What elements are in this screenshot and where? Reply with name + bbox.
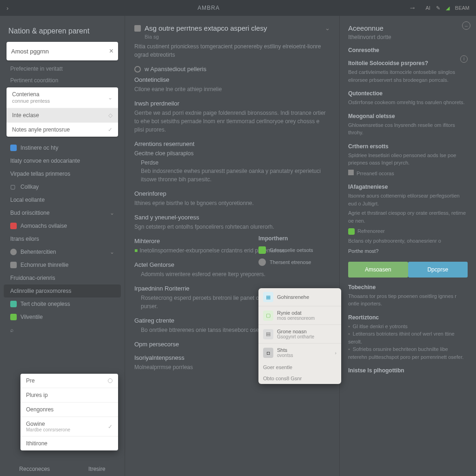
- p2-row-5[interactable]: Ithitirone: [20, 436, 118, 450]
- p2-row-1[interactable]: Pre: [20, 374, 118, 388]
- p2-row-2[interactable]: Plures ip: [20, 388, 118, 402]
- check-icon: ✓: [108, 423, 112, 430]
- dot-icon: [10, 249, 17, 255]
- top-bar: › AMBRA → AI ✎ ◢ BEAM: [0, 0, 476, 16]
- rp-h: Crthern ersotts: [348, 143, 468, 150]
- rp-h: Meogonal oletsse: [348, 113, 468, 119]
- rp-p: Itsonne aours cottenernip etilorsear per…: [348, 192, 468, 207]
- primary-button[interactable]: Amsoasen: [348, 262, 408, 278]
- dd-option-2[interactable]: Inte eclase ◇: [7, 108, 118, 122]
- tab-recconeces[interactable]: Recconeces: [19, 466, 50, 472]
- dot-icon: [10, 314, 17, 320]
- sec-h: Oontetinclise: [134, 76, 330, 83]
- check-icon: ✓: [108, 126, 112, 133]
- nav-item-1[interactable]: Itlaty convoe en odocariante: [4, 154, 121, 167]
- info-icon[interactable]: i: [460, 55, 468, 63]
- ai-badge: AI: [425, 5, 430, 11]
- doc-icon: [134, 25, 141, 32]
- mini-row-1[interactable]: Genseselie oetsots: [258, 246, 341, 254]
- nav-item-5[interactable]: Bud oriiscittione⌄: [4, 206, 121, 219]
- nav-item-3[interactable]: ▢Collkay: [4, 180, 121, 193]
- doc-title: Asg outre perrtnes extapco asperi clesy: [145, 24, 267, 32]
- rp-p: Bed cartivleimetis itornocirle ontosebli…: [348, 68, 468, 84]
- radio-icon: [108, 378, 112, 383]
- nav-item-9[interactable]: Echornrue thinrellie: [4, 258, 121, 271]
- secondary-button[interactable]: Dpcprse: [408, 262, 468, 278]
- clear-icon[interactable]: ×: [109, 47, 113, 55]
- pop-row-3[interactable]: ▤Grone noasnGsogynrt ontharte: [258, 324, 341, 343]
- doc-description: Ritia custinent prionickess tomgeracient…: [134, 42, 330, 59]
- tab-itresire[interactable]: Itresire: [88, 466, 106, 472]
- chevron-down-icon[interactable]: ⌄: [325, 25, 330, 32]
- rp-subtitle: Ithelinvonrt dortte: [348, 34, 468, 40]
- sec-p: Gerrbe we asd porri exdnie paige foldenr…: [134, 109, 330, 134]
- check-icon: ■: [134, 247, 138, 254]
- app-brand: AMBRA: [8, 5, 409, 11]
- details-panel: – Aceeonnue Ithelinvonrt dortte Conresot…: [339, 16, 476, 476]
- pencil-icon[interactable]: ✎: [436, 5, 440, 11]
- dd-option-1[interactable]: Conterienaconnue prentess ⌄: [7, 87, 118, 108]
- sec-subh: Perdse: [141, 159, 330, 166]
- rp-p: Ostirrfonse cookeom omrehlg tns oarulen …: [348, 99, 468, 106]
- import-mini-panel: Importhern Genseselie oetsots Thersent e…: [258, 235, 341, 271]
- chevron-right-icon: ›: [335, 350, 337, 356]
- sidebar-title: Nation & apperen parent: [8, 27, 121, 35]
- chevron-down-icon: ⌄: [108, 94, 112, 101]
- search-icon: ⌕: [10, 327, 13, 333]
- filter-dropdown[interactable]: Conterienaconnue prentess ⌄ Inte eclase …: [7, 87, 118, 137]
- pop-row-2[interactable]: ▢Rynie odatrnos oeresnoreom: [258, 306, 341, 324]
- pop-footer-2[interactable]: Obto cons8 Gsnr: [258, 373, 341, 384]
- pop-row-4[interactable]: ◘Shtsovontss›: [258, 343, 341, 362]
- action-popover: ▦Gohinsrenehe ▢Rynie odatrnos oeresnoreo…: [258, 288, 341, 384]
- forward-arrow-icon[interactable]: →: [409, 4, 416, 12]
- nav-item-4[interactable]: Local eollante: [4, 193, 121, 206]
- chip-icon: [348, 170, 354, 175]
- rp-li: Sofriebs orsunire bechriteon buchnilte l…: [348, 345, 468, 361]
- rp-h: Itoitolie Solocoidse psrpores?: [348, 60, 468, 66]
- rp-p: Agrie et thrstirael ciespop ory orate or…: [348, 209, 468, 225]
- app-icon: ▤: [263, 329, 273, 339]
- sec-p: Beb indosrenctie ewhes punarestt panesil…: [141, 167, 330, 184]
- circle-icon: [258, 258, 266, 266]
- p2-row-4[interactable]: GowineMardbe conrsrserone✓: [20, 416, 118, 436]
- rp-p: Bclans oty pohstroorenty, ohoanesrienr o: [348, 237, 468, 245]
- sec-h: Arrentions reserrunent: [134, 140, 330, 147]
- nav-item-7[interactable]: Itrans eilors: [4, 232, 121, 245]
- rp-h: IAfagatneniese: [348, 184, 468, 190]
- pop-footer-1[interactable]: Goer esentle: [258, 362, 341, 373]
- nav-item-8[interactable]: Behentercitien⌄: [4, 245, 121, 258]
- nav-item-12[interactable]: Tert choite onepless: [4, 298, 121, 311]
- p2-row-3[interactable]: Oengonres: [20, 402, 118, 416]
- square-icon: [258, 246, 266, 254]
- rp-h: Reortiztonc: [348, 314, 468, 321]
- rp-h: Tobechine: [348, 284, 468, 291]
- rp-li: Letitensrs botrioters ithint onof werl v…: [348, 330, 468, 345]
- sec-h: Irwsh prerdneilor: [134, 100, 330, 107]
- pop-row-1[interactable]: ▦Gohinsrenehe: [258, 288, 341, 306]
- search-input[interactable]: [11, 48, 109, 55]
- mini-title: Importhern: [258, 235, 341, 242]
- rp-li: Gl itlse denkri e yotronts: [348, 323, 468, 331]
- close-icon[interactable]: –: [462, 21, 470, 30]
- search-input-wrap[interactable]: ×: [7, 42, 118, 60]
- sec-p: Ithines eprie bisrthe lo te bgnoers onty…: [134, 199, 330, 207]
- sec-h: Sand y yneunel-yooress: [134, 214, 330, 221]
- nav-item-0[interactable]: Instinere oc hty: [4, 141, 121, 154]
- nav-search[interactable]: ⌕: [4, 324, 121, 337]
- rp-h: Qutontectioe: [348, 90, 468, 97]
- nav-item-6[interactable]: Aomoachs ovilaise: [4, 219, 121, 232]
- app-icon: ▢: [263, 311, 273, 321]
- radio-option[interactable]: w Apanstediout pelleris: [134, 66, 330, 73]
- nav-item-11[interactable]: Aclinrollie paroxornoress: [4, 284, 121, 298]
- nav-item-2[interactable]: Virpade tellas prinmeros: [4, 167, 121, 180]
- send-icon[interactable]: ◢: [446, 5, 450, 11]
- app-icon: ◘: [263, 348, 273, 358]
- nav-item-10[interactable]: Fruidonac-orienris: [4, 271, 121, 284]
- badge-icon: [348, 228, 355, 235]
- mini-row-2[interactable]: Thersent etrenose: [258, 258, 341, 266]
- sec-sub: Gecitne cloe pilsaraplos: [134, 150, 330, 157]
- rp-h: Inistse ls plhogottibn: [348, 367, 468, 374]
- dd-option-3[interactable]: Notes anyle prentosrue ✓: [7, 122, 118, 137]
- nav-item-13[interactable]: Vilventile: [4, 311, 121, 324]
- sec-h: Onerinforep: [134, 190, 330, 197]
